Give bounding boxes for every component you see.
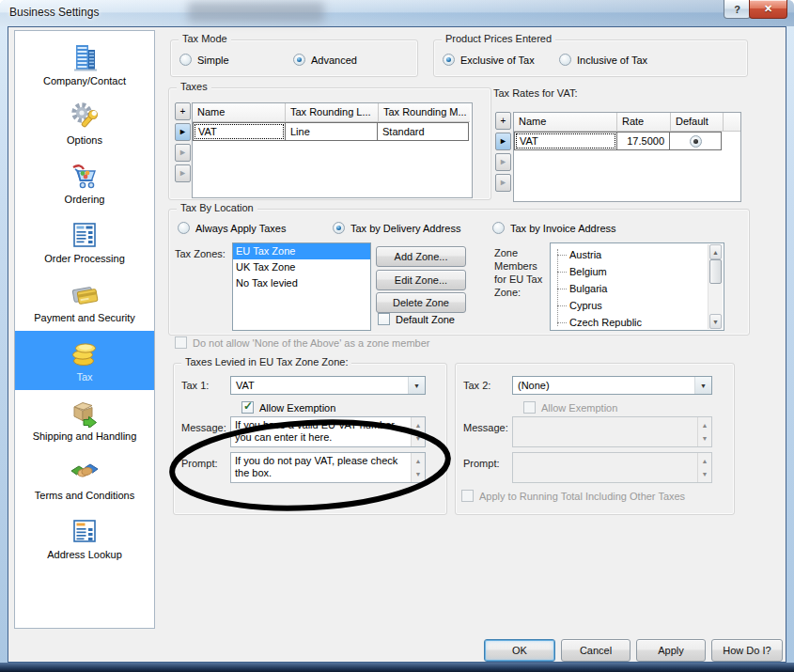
sidebar-item-options[interactable]: Options (15, 94, 154, 153)
gold-coins-icon (70, 338, 100, 368)
checkbox-icon (241, 401, 254, 414)
chevron-down-icon[interactable]: ▼ (408, 377, 425, 394)
zone-list-item[interactable]: EU Tax Zone (233, 243, 370, 259)
help-button[interactable]: ? (724, 0, 751, 19)
taxes-table-header: Name Tax Rounding L... Tax Rounding M... (193, 103, 472, 122)
button-label: OK (512, 645, 527, 656)
column-header-rounding-l[interactable]: Tax Rounding L... (286, 103, 379, 122)
radio-exclusive-of-tax[interactable]: Exclusive of Tax (443, 54, 535, 66)
tax-zones-listbox[interactable]: EU Tax Zone UK Tax Zone No Tax levied (232, 242, 371, 331)
sidebar-item-tax[interactable]: Tax (15, 331, 154, 390)
default-zone-checkbox[interactable]: Default Zone (378, 313, 455, 325)
textbox-scroll-arrows[interactable]: ▲▼ (697, 453, 711, 482)
scrollbar-thumb[interactable] (709, 259, 722, 284)
tax-rates-row[interactable]: VAT 17.5000 (514, 132, 740, 150)
tax2-prompt-label: Prompt: (463, 458, 500, 469)
sidebar-item-shipping-handling[interactable]: Shipping and Handling (15, 390, 154, 449)
tax1-prompt-textbox[interactable]: If you do not pay VAT, please check the … (230, 452, 426, 483)
column-header-name[interactable]: Name (193, 103, 286, 122)
checkbox-icon (175, 336, 187, 349)
scroll-down-button[interactable]: ▼ (709, 314, 722, 329)
none-of-above-checkbox[interactable]: Do not allow 'None of the Above' as a zo… (175, 336, 429, 349)
checkbox-label: Do not allow 'None of the Above' as a zo… (193, 337, 429, 349)
how-do-i-button[interactable]: How Do I? (711, 639, 783, 662)
member-item[interactable]: Cyprus (551, 297, 724, 314)
column-header-name[interactable]: Name (514, 113, 617, 132)
member-item[interactable]: Bulgaria (551, 280, 724, 297)
tax1-allow-exemption-checkbox[interactable]: Allow Exemption (241, 401, 335, 414)
member-item[interactable]: Austria (551, 246, 724, 263)
radio-always-apply-taxes[interactable]: Always Apply Taxes (178, 222, 286, 234)
radio-tax-by-delivery[interactable]: Tax by Delivery Address (333, 222, 460, 234)
cell-rounding-m[interactable]: Standard (377, 122, 469, 141)
row-arrow-icon: ► (179, 169, 187, 178)
column-header-default[interactable]: Default (671, 113, 724, 132)
textbox-scroll-arrows[interactable]: ▲▼ (411, 453, 425, 482)
radio-inclusive-of-tax[interactable]: Inclusive of Tax (559, 54, 647, 66)
tax1-combo[interactable]: VAT ▼ (230, 376, 426, 395)
add-tax-row-button[interactable]: + (175, 102, 191, 120)
cell-rate-value[interactable]: 17.5000 (616, 132, 670, 150)
column-header-rate[interactable]: Rate (617, 113, 671, 132)
title-bar[interactable]: Business Settings ? ✕ (0, 0, 794, 26)
row-selector[interactable]: ► (175, 164, 191, 182)
cell-default-radio[interactable] (669, 132, 722, 150)
members-scrollbar[interactable]: ▲ ▼ (708, 244, 723, 329)
default-rate-radio-icon (690, 135, 702, 148)
running-total-checkbox[interactable]: Apply to Running Total Including Other T… (461, 490, 685, 502)
radio-label: Tax by Delivery Address (350, 223, 460, 234)
rate-row-selector[interactable]: ► (495, 174, 511, 192)
sidebar-item-ordering[interactable]: Ordering (15, 153, 154, 212)
button-label: Delete Zone (393, 297, 449, 308)
tax2-combo[interactable]: (None) ▼ (512, 376, 712, 395)
cancel-button[interactable]: Cancel (561, 639, 631, 662)
sidebar-item-order-processing[interactable]: Order Processing (15, 212, 154, 272)
delete-zone-button[interactable]: Delete Zone (376, 292, 466, 313)
tax2-label: Tax 2: (463, 380, 490, 391)
category-sidebar: Company/Contact Options (14, 30, 155, 629)
member-item[interactable]: Belgium (551, 263, 724, 280)
ok-button[interactable]: OK (484, 639, 555, 662)
apply-button[interactable]: Apply (636, 639, 706, 662)
down-arrow-icon: ▼ (415, 432, 422, 445)
radio-label: Tax by Invoice Address (510, 223, 616, 234)
tax2-message-label: Message: (463, 422, 508, 433)
radio-tax-by-invoice[interactable]: Tax by Invoice Address (492, 222, 616, 234)
sidebar-item-payment-security[interactable]: Payment and Security (15, 272, 154, 331)
scroll-up-button[interactable]: ▲ (709, 244, 722, 259)
tax-zones-label: Tax Zones: (175, 248, 226, 259)
radio-simple[interactable]: Simple (179, 54, 229, 66)
zone-members-listbox[interactable]: Austria Belgium Bulgaria Cyprus Czech Re… (550, 242, 724, 331)
taxes-table-row[interactable]: VAT Line Standard (193, 122, 472, 141)
cell-rate-name[interactable]: VAT (514, 132, 617, 150)
tax1-message-textbox[interactable]: If you have a valid EU VAT number, you c… (230, 416, 426, 447)
zone-list-item[interactable]: No Tax levied (233, 275, 370, 291)
close-button[interactable]: ✕ (749, 0, 787, 19)
tax-by-location-legend: Tax By Location (177, 202, 257, 213)
add-rate-row-button[interactable]: + (495, 112, 511, 130)
sidebar-item-terms-conditions[interactable]: Terms and Conditions (15, 449, 154, 508)
row-selector[interactable]: ► (175, 144, 191, 162)
rate-row-selector-current[interactable]: ► (495, 133, 511, 150)
rate-row-selector[interactable]: ► (495, 153, 511, 171)
sidebar-item-label: Ordering (65, 194, 105, 205)
radio-advanced[interactable]: Advanced (293, 54, 357, 66)
cell-rounding-l[interactable]: Line (285, 122, 378, 141)
order-form-icon (70, 220, 100, 250)
row-selector-current[interactable]: ► (175, 123, 191, 141)
tax2-message-textbox[interactable]: ▲▼ (512, 416, 712, 447)
add-zone-button[interactable]: Add Zone... (376, 246, 466, 267)
zone-list-item[interactable]: UK Tax Zone (233, 259, 370, 275)
cell-tax-name[interactable]: VAT (193, 122, 286, 141)
sidebar-item-company-contact[interactable]: Company/Contact (15, 35, 154, 94)
edit-zone-button[interactable]: Edit Zone... (376, 270, 466, 290)
textbox-scroll-arrows[interactable]: ▲▼ (411, 417, 425, 446)
tax2-prompt-textbox[interactable]: ▲▼ (512, 452, 712, 483)
tax2-allow-exemption-checkbox[interactable]: Allow Exemption (523, 401, 617, 414)
sidebar-item-label: Options (67, 134, 102, 146)
member-item[interactable]: Czech Republic (551, 314, 724, 331)
textbox-scroll-arrows[interactable]: ▲▼ (697, 417, 711, 446)
sidebar-item-address-lookup[interactable]: Address Lookup (15, 508, 154, 568)
column-header-rounding-m[interactable]: Tax Rounding M... (379, 103, 470, 122)
chevron-down-icon[interactable]: ▼ (694, 377, 711, 394)
